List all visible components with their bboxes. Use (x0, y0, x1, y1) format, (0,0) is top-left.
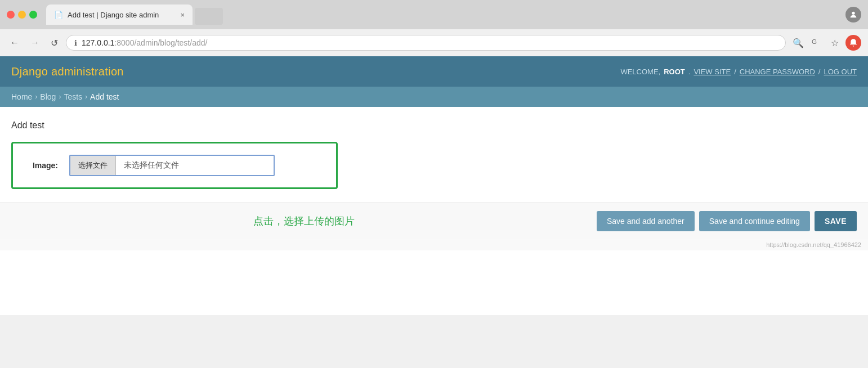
breadcrumb-tests[interactable]: Tests (64, 92, 82, 101)
traffic-lights (7, 11, 37, 19)
address-text: 127.0.0.1:8000/admin/blog/test/add/ (82, 38, 777, 47)
address-bar: ← → ↺ ℹ 127.0.0.1:8000/admin/blog/test/a… (0, 29, 868, 56)
breadcrumb-current: Add test (90, 92, 119, 101)
tab-bar: 📄 Add test | Django site admin × (46, 5, 223, 25)
save-continue-button[interactable]: Save and continue editing (699, 211, 810, 231)
breadcrumb-sep2: › (59, 93, 61, 101)
django-app: Django administration WELCOME, ROOT . VI… (0, 56, 868, 315)
translate-icon[interactable]: G (809, 34, 825, 52)
breadcrumb-home[interactable]: Home (11, 92, 32, 101)
user-info: WELCOME, ROOT . VIEW SITE / CHANGE PASSW… (620, 68, 857, 76)
django-admin-title: Django administration (11, 65, 124, 78)
welcome-text: WELCOME, (620, 68, 660, 76)
active-tab[interactable]: 📄 Add test | Django site admin × (46, 5, 193, 25)
page-title: Add test (11, 120, 857, 131)
breadcrumb-sep1: › (35, 93, 37, 101)
form-section: Image: 选择文件 未选择任何文件 (11, 142, 338, 189)
main-content: Add test Image: 选择文件 未选择任何文件 (0, 107, 868, 203)
watermark-text: https://blog.csdn.net/qq_41966422 (766, 241, 861, 248)
browser-titlebar: 📄 Add test | Django site admin × (0, 0, 868, 29)
browser-window: 📄 Add test | Django site admin × ← → ↺ ℹ… (0, 0, 868, 315)
sep2: / (818, 68, 821, 76)
svg-point-0 (852, 12, 854, 15)
submit-row: 点击，选择上传的图片 Save and add another Save and… (0, 203, 868, 239)
security-icon: ℹ (74, 39, 77, 47)
back-button[interactable]: ← (7, 35, 23, 50)
breadcrumb-blog[interactable]: Blog (40, 92, 56, 101)
username: ROOT (664, 68, 685, 76)
close-traffic-light[interactable] (7, 11, 15, 19)
reload-button[interactable]: ↺ (47, 35, 61, 51)
view-site-link[interactable]: VIEW SITE (693, 68, 731, 76)
watermark: https://blog.csdn.net/qq_41966422 (0, 239, 868, 250)
tab-title: Add test | Django site admin (68, 11, 176, 19)
search-icon[interactable]: 🔍 (790, 35, 806, 51)
welcome-dot: . (688, 68, 691, 76)
maximize-traffic-light[interactable] (29, 11, 37, 19)
tab-page-icon: 📄 (54, 11, 63, 19)
address-actions: 🔍 G ☆ (790, 34, 841, 52)
sep1: / (734, 68, 736, 76)
tab-close-icon[interactable]: × (180, 11, 185, 19)
browser-profile-icon[interactable] (845, 7, 861, 23)
save-add-another-button[interactable]: Save and add another (597, 211, 695, 231)
submit-buttons: Save and add another Save and continue e… (597, 211, 857, 231)
save-button[interactable]: SAVE (815, 211, 857, 231)
forward-button[interactable]: → (27, 35, 43, 50)
image-form-row: Image: 选择文件 未选择任何文件 (24, 155, 325, 176)
bookmark-icon[interactable]: ☆ (829, 35, 841, 51)
new-tab-placeholder (195, 8, 223, 25)
django-header: Django administration WELCOME, ROOT . VI… (0, 56, 868, 87)
minimize-traffic-light[interactable] (18, 11, 26, 19)
log-out-link[interactable]: LOG OUT (824, 68, 857, 76)
file-input-wrap: 选择文件 未选择任何文件 (69, 155, 275, 176)
breadcrumb: Home › Blog › Tests › Add test (0, 87, 868, 107)
image-label: Image: (24, 161, 58, 170)
breadcrumb-sep3: › (85, 93, 87, 101)
address-input[interactable]: ℹ 127.0.0.1:8000/admin/blog/test/add/ (66, 35, 786, 51)
choose-file-button[interactable]: 选择文件 (70, 156, 116, 175)
no-file-text: 未选择任何文件 (116, 156, 274, 175)
submit-hint-text: 点击，选择上传的图片 (11, 214, 597, 228)
svg-text:G: G (812, 38, 817, 45)
notification-button[interactable] (845, 35, 861, 51)
change-password-link[interactable]: CHANGE PASSWORD (740, 68, 815, 76)
